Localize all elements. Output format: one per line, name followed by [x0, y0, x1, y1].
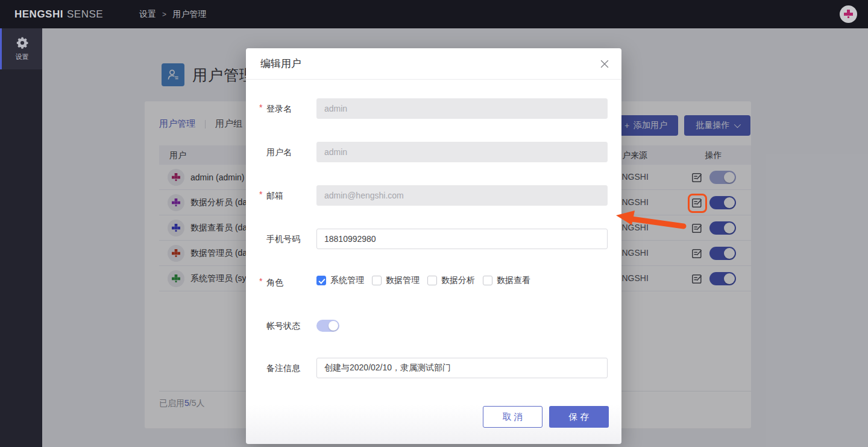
- brand-name: HENGSHI: [14, 8, 63, 21]
- username-field: [316, 142, 608, 162]
- sidebar-item-settings[interactable]: 设置: [0, 28, 42, 69]
- breadcrumb-settings[interactable]: 设置: [139, 9, 156, 20]
- roles-checkbox-group: 系统管理 数据管理 数据分析 数据查看: [316, 275, 530, 286]
- annotation-arrow-icon: [614, 208, 689, 235]
- account-avatar[interactable]: [840, 5, 857, 23]
- checkbox-icon[interactable]: [427, 276, 437, 285]
- role-option-data-admin[interactable]: 数据管理: [372, 275, 420, 286]
- role-option-data-view[interactable]: 数据查看: [483, 275, 530, 286]
- sidebar: 设置: [0, 28, 42, 447]
- required-asterisk: *: [259, 103, 265, 112]
- checkbox-icon[interactable]: [372, 276, 382, 285]
- breadcrumb: 设置 > 用户管理: [139, 9, 206, 20]
- login-label: 登录名: [266, 103, 292, 115]
- note-field[interactable]: [316, 358, 608, 378]
- checkbox-icon[interactable]: [316, 276, 326, 285]
- phone-label: 手机号码: [266, 233, 300, 245]
- account-status-toggle[interactable]: [316, 320, 339, 332]
- required-asterisk: *: [259, 276, 265, 286]
- role-option-label: 数据查看: [497, 275, 530, 286]
- email-field: [316, 185, 608, 206]
- brand-suffix: SENSE: [67, 8, 103, 21]
- role-option-label: 系统管理: [330, 275, 364, 286]
- edit-user-modal: 编辑用户 * 登录名 用户名 * 邮箱 手机号码 * 角色 系统管理 数据管理 …: [246, 48, 621, 444]
- sidebar-item-label: 设置: [16, 52, 29, 62]
- username-label: 用户名: [266, 146, 292, 158]
- login-field: [316, 98, 608, 119]
- modal-title: 编辑用户: [260, 48, 301, 79]
- cancel-button[interactable]: 取 消: [483, 406, 542, 428]
- note-label: 备注信息: [266, 362, 300, 374]
- checkbox-icon[interactable]: [483, 276, 492, 285]
- phone-field[interactable]: [316, 229, 608, 249]
- gear-icon: [16, 36, 29, 49]
- role-option-label: 数据分析: [441, 275, 475, 286]
- breadcrumb-separator: >: [162, 10, 166, 19]
- app-logo: HENGSHI SENSE: [14, 8, 103, 21]
- top-bar: HENGSHI SENSE 设置 > 用户管理: [0, 0, 868, 28]
- close-icon[interactable]: [600, 59, 609, 69]
- annotation-highlight-box: [688, 194, 707, 213]
- role-option-system-admin[interactable]: 系统管理: [316, 275, 364, 286]
- role-option-data-analysis[interactable]: 数据分析: [427, 275, 475, 286]
- email-label: 邮箱: [266, 189, 283, 201]
- roles-label: 角色: [266, 276, 283, 288]
- account-status-label: 帐号状态: [266, 320, 300, 332]
- modal-header: 编辑用户: [246, 48, 621, 80]
- breadcrumb-user-management[interactable]: 用户管理: [172, 9, 206, 20]
- save-button[interactable]: 保 存: [549, 406, 609, 428]
- role-option-label: 数据管理: [386, 275, 420, 286]
- hengshi-logo-icon: [844, 10, 853, 19]
- required-asterisk: *: [259, 189, 265, 199]
